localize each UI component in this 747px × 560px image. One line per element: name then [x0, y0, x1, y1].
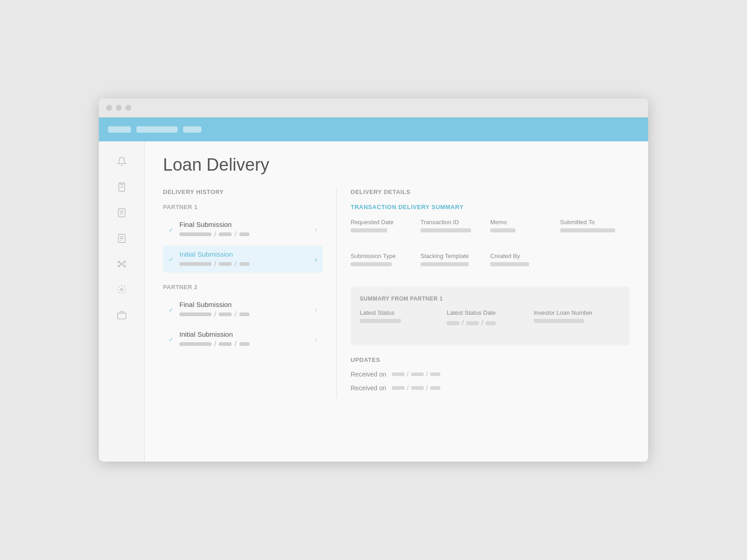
- columns-wrapper: DELIVERY HISTORY PARTNER 1 ✓ Final Submi…: [163, 188, 630, 398]
- svg-point-10: [118, 261, 119, 263]
- svg-point-12: [118, 265, 119, 267]
- date-bar-3: [486, 321, 496, 325]
- sidebar-icon-doc2[interactable]: [115, 232, 128, 245]
- delivery-history-panel: DELIVERY HISTORY PARTNER 1 ✓ Final Submi…: [163, 188, 337, 398]
- detail-cell-submission-type: Submission Type: [351, 253, 421, 275]
- delivery-history-heading: DELIVERY HISTORY: [163, 188, 323, 195]
- sidebar-icon-doc1[interactable]: [115, 206, 128, 219]
- submission-item-final-p2[interactable]: ✓ Final Submission / /: [163, 296, 323, 323]
- label-investor-loan-number: Investor Loan Number: [534, 309, 621, 316]
- value-bar-created-by: [490, 262, 529, 266]
- submission-info-final-p2: Final Submission / /: [179, 301, 311, 318]
- submission-info-final-p1: Final Submission / /: [179, 221, 311, 238]
- update-date-2: / /: [392, 384, 440, 392]
- date-bar: [392, 386, 405, 390]
- top-nav: [99, 118, 648, 141]
- submission-name-final-p2: Final Submission: [179, 301, 311, 308]
- meta-bar: [239, 312, 249, 316]
- sidebar-icon-network[interactable]: [115, 258, 128, 270]
- check-icon-initial-p2: ✓: [168, 336, 174, 343]
- label-transaction-id: Transaction ID: [421, 219, 491, 226]
- sidebar-icon-bell[interactable]: [115, 155, 128, 168]
- sidebar-icon-briefcase[interactable]: [115, 309, 128, 322]
- chevron-icon-final-p2: ›: [315, 306, 317, 314]
- update-received-label-1: Received on: [351, 371, 386, 378]
- submission-info-initial-p1: Initial Submission / /: [179, 250, 311, 268]
- partner-group-2: PARTNER 2 ✓ Final Submission / /: [163, 284, 323, 353]
- svg-rect-0: [120, 183, 123, 185]
- update-item-1: Received on / /: [351, 371, 630, 378]
- chevron-icon-final-p1: ›: [315, 226, 317, 234]
- sidebar: [99, 141, 145, 462]
- dot-yellow: [116, 105, 122, 111]
- value-bar-requested-date: [351, 228, 387, 232]
- submission-item-initial-p2[interactable]: ✓ Initial Submission / /: [163, 326, 323, 353]
- summary-cell-latest-status-date: Latest Status Date / /: [447, 309, 534, 336]
- dot-red: [106, 105, 112, 111]
- svg-line-16: [119, 264, 121, 266]
- detail-cell-submitted-to: Submitted To: [560, 219, 630, 242]
- updates-section: UPDATES Received on / /: [351, 356, 630, 392]
- submission-meta-final-p1: / /: [179, 230, 311, 238]
- meta-bar: [219, 342, 232, 346]
- delivery-details-panel: DELIVERY DETAILS TRANSACTION DELIVERY SU…: [337, 188, 630, 398]
- svg-point-18: [120, 288, 123, 291]
- label-stacking-template: Stacking Template: [421, 253, 491, 259]
- partner-summary-heading: SUMMARY FROM PARTNER 1: [360, 296, 621, 302]
- submission-info-initial-p2: Initial Submission / /: [179, 330, 311, 348]
- svg-point-13: [124, 265, 125, 267]
- meta-bar: [239, 262, 249, 266]
- updates-heading: UPDATES: [351, 356, 630, 363]
- label-latest-status-date: Latest Status Date: [447, 309, 534, 316]
- summary-cell-investor-loan-number: Investor Loan Number: [534, 309, 621, 336]
- app-window: Loan Delivery DELIVERY HISTORY PARTNER 1…: [99, 98, 648, 462]
- sidebar-icon-gear[interactable]: [115, 283, 128, 296]
- svg-line-17: [122, 264, 124, 266]
- main-content: Loan Delivery DELIVERY HISTORY PARTNER 1…: [145, 141, 648, 462]
- value-bar-investor-loan-number: [534, 319, 584, 323]
- value-bar-submitted-to: [560, 228, 615, 232]
- nav-pill-3: [183, 126, 201, 133]
- meta-bar: [239, 342, 249, 346]
- nav-pill-1: [108, 126, 131, 133]
- check-icon-final-p2: ✓: [168, 306, 174, 313]
- partner-2-label: PARTNER 2: [163, 284, 323, 291]
- svg-rect-19: [117, 313, 125, 319]
- chevron-icon-initial-p2: ›: [315, 335, 317, 344]
- submission-name-final-p1: Final Submission: [179, 221, 311, 228]
- detail-grid-row1: Requested Date Transaction ID Memo: [351, 219, 630, 242]
- content-area: Loan Delivery DELIVERY HISTORY PARTNER 1…: [99, 141, 648, 462]
- submission-item-initial-p1[interactable]: ✓ Initial Submission / /: [163, 246, 323, 273]
- check-icon-initial-p1: ✓: [168, 256, 174, 263]
- chevron-icon-initial-p1: ›: [315, 255, 317, 264]
- submission-meta-final-p2: / /: [179, 310, 311, 318]
- meta-bar: [219, 232, 232, 236]
- submission-name-initial-p1: Initial Submission: [179, 250, 311, 258]
- partner-1-label: PARTNER 1: [163, 204, 323, 210]
- partner-group-1: PARTNER 1 ✓ Final Submission / /: [163, 204, 323, 273]
- submission-meta-initial-p1: / /: [179, 260, 311, 268]
- meta-bar: [179, 232, 211, 236]
- date-bars-latest-status: / /: [447, 319, 534, 327]
- date-bar-2: [466, 321, 479, 325]
- label-memo: Memo: [490, 219, 560, 226]
- detail-cell-created-by: Created By: [490, 253, 560, 275]
- label-latest-status: Latest Status: [360, 309, 447, 316]
- detail-cell-transaction-id: Transaction ID: [421, 219, 491, 242]
- date-bar: [430, 386, 440, 390]
- label-submission-type: Submission Type: [351, 253, 421, 259]
- title-bar: [99, 98, 648, 118]
- summary-grid: Latest Status Latest Status Date / /: [360, 309, 621, 336]
- meta-bar: [219, 262, 232, 266]
- sidebar-icon-clipboard[interactable]: [115, 181, 128, 194]
- page-title: Loan Delivery: [163, 155, 630, 175]
- meta-bar: [179, 312, 211, 316]
- value-bar-submission-type: [351, 262, 392, 266]
- date-bar: [430, 372, 440, 376]
- submission-item-final-p1[interactable]: ✓ Final Submission / /: [163, 216, 323, 243]
- meta-bar: [179, 342, 211, 346]
- submission-meta-initial-p2: / /: [179, 340, 311, 348]
- detail-cell-stacking-template: Stacking Template: [421, 253, 491, 275]
- meta-bar: [179, 262, 211, 266]
- nav-pill-2: [136, 126, 178, 133]
